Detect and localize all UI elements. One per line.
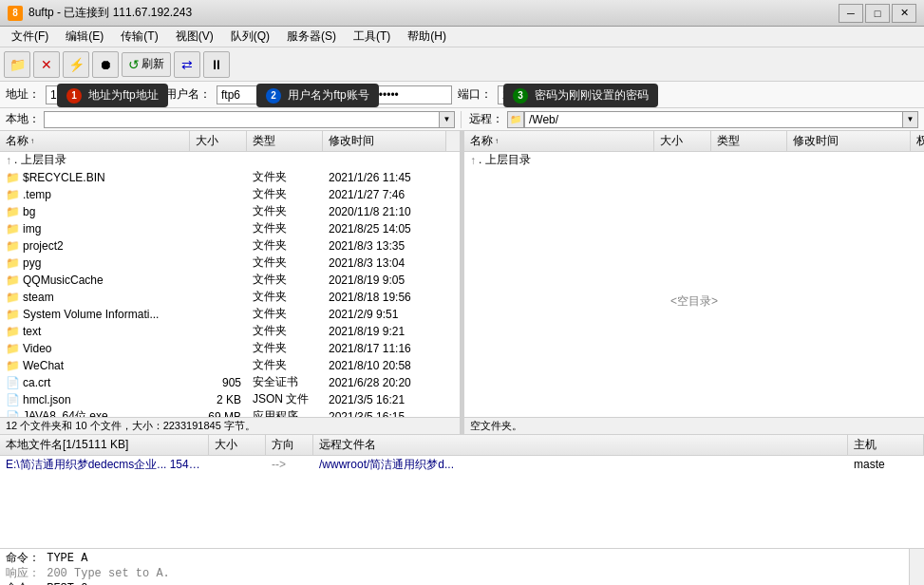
- remote-file-list[interactable]: ↑ . 上层目录 <空目录>: [464, 152, 924, 417]
- local-file-row[interactable]: 📁 steam 文件夹 2021/8/18 19:56: [0, 289, 460, 306]
- local-path-label: 本地：: [6, 111, 40, 127]
- log-entry: 命令： REST 0: [6, 581, 903, 585]
- remote-empty-message: <空目录>: [464, 169, 924, 417]
- menu-server[interactable]: 服务器(S): [279, 27, 344, 47]
- local-file-row[interactable]: 📁 img 文件夹 2021/8/25 14:05: [0, 220, 460, 237]
- password-input[interactable]: [338, 85, 452, 104]
- log-entry: 命令： TYPE A: [6, 551, 903, 566]
- local-status: 12 个文件夹和 10 个文件，大小：2233191845 字节。: [0, 417, 460, 434]
- local-file-row[interactable]: 📁 QQMusicCache 文件夹 2021/8/19 9:05: [0, 272, 460, 289]
- local-file-row[interactable]: 📁 Video 文件夹 2021/8/17 11:16: [0, 340, 460, 357]
- toolbar-refresh-button[interactable]: ↺ 刷新: [122, 52, 171, 77]
- log-panel: 命令： TYPE A响应： 200 Type set to A.命令： REST…: [0, 549, 909, 585]
- username-input[interactable]: [217, 85, 292, 104]
- user-label: 用户名：: [165, 86, 211, 103]
- port-label: 端口：: [458, 86, 492, 103]
- transfer-list: E:\简洁通用织梦dedecms企业... 15473960 --> /wwwr…: [0, 456, 924, 548]
- remote-col-header: 名称 ↑ 大小 类型 修改时间 权限: [464, 131, 924, 152]
- log-entry: 响应： 200 Type set to A.: [6, 566, 903, 581]
- transfer-col-size[interactable]: 大小: [209, 435, 266, 455]
- remote-path-label: 远程：: [469, 111, 503, 127]
- toolbar-folder-button[interactable]: 📁: [4, 51, 30, 78]
- remote-col-size[interactable]: 大小: [654, 131, 711, 151]
- local-panel: 名称 ↑ 大小 类型 修改时间 ↑ . 上层目录 📁 $RECYCLE.BIN: [0, 131, 461, 434]
- path-bar: 本地： ▼ 远程： 📁 ▼: [0, 108, 924, 131]
- local-col-header: 名称 ↑ 大小 类型 修改时间: [0, 131, 460, 152]
- remote-panel: 名称 ↑ 大小 类型 修改时间 权限 ↑ . 上层目录 <空目录>: [464, 131, 924, 434]
- local-file-row[interactable]: 📄 JAVA8_64位.exe 69 MB 应用程序 2021/3/5 16:1…: [0, 408, 460, 417]
- title-bar: 8 8uftp - 已连接到 111.67.192.243 ─ □ ✕: [0, 0, 924, 27]
- toolbar-cancel-button[interactable]: ✕: [33, 51, 60, 78]
- address-input[interactable]: [46, 85, 160, 104]
- local-file-row[interactable]: 📄 hmcl.json 2 KB JSON 文件 2021/3/5 16:21: [0, 391, 460, 408]
- local-file-row[interactable]: 📁 WeChat 文件夹 2021/8/10 20:58: [0, 357, 460, 374]
- menu-tools[interactable]: 工具(T): [346, 27, 398, 47]
- menu-view[interactable]: 视图(V): [168, 27, 221, 47]
- local-file-row[interactable]: 📁 $RECYCLE.BIN 文件夹 2021/1/26 11:45: [0, 169, 460, 186]
- minimize-button[interactable]: ─: [839, 4, 863, 23]
- transfer-header: 本地文件名[1/15111 KB] 大小 方向 远程文件名 主机: [0, 435, 924, 456]
- menu-help[interactable]: 帮助(H): [400, 27, 454, 47]
- maximize-button[interactable]: □: [865, 4, 890, 23]
- remote-updir[interactable]: ↑ . 上层目录: [464, 152, 924, 169]
- menu-file[interactable]: 文件(F): [4, 27, 56, 47]
- local-file-row[interactable]: 📁 bg 文件夹 2020/11/8 21:10: [0, 203, 460, 220]
- remote-col-perm[interactable]: 权限: [911, 131, 924, 151]
- menu-transfer[interactable]: 传输(T): [113, 27, 165, 47]
- main-area: 名称 ↑ 大小 类型 修改时间 ↑ . 上层目录 📁 $RECYCLE.BIN: [0, 131, 924, 435]
- connect-button[interactable]: 连接(C): [541, 85, 597, 105]
- local-file-row[interactable]: 📄 ca.crt 905 安全证书 2021/6/28 20:20: [0, 374, 460, 391]
- local-file-list[interactable]: ↑ . 上层目录 📁 $RECYCLE.BIN 文件夹 2021/1/26 11…: [0, 152, 460, 417]
- transfer-dir: -->: [266, 458, 313, 471]
- local-col-size[interactable]: 大小: [190, 131, 247, 151]
- menu-edit[interactable]: 编辑(E): [58, 27, 111, 47]
- transfer-remote-file: /wwwroot/简洁通用织梦d...: [313, 457, 848, 473]
- app-icon: 8: [8, 6, 23, 21]
- toolbar-lightning-button[interactable]: ⚡: [63, 51, 89, 78]
- remote-path-input[interactable]: [524, 111, 903, 128]
- toolbar-transfer-button[interactable]: ⇄: [174, 51, 200, 78]
- local-file-row[interactable]: 📁 pyg 文件夹 2021/8/3 13:04: [0, 255, 460, 272]
- remote-path-dropdown[interactable]: ▼: [903, 111, 918, 128]
- remote-col-name[interactable]: 名称 ↑: [464, 131, 654, 151]
- local-path-dropdown[interactable]: ▼: [440, 111, 455, 128]
- local-updir[interactable]: ↑ . 上层目录: [0, 152, 460, 169]
- window-title: 8uftp - 已连接到 111.67.192.243: [28, 5, 192, 21]
- local-col-name[interactable]: 名称 ↑: [0, 131, 190, 151]
- local-file-row[interactable]: 📁 System Volume Informati... 文件夹 2021/2/…: [0, 306, 460, 323]
- transfer-col-remote[interactable]: 远程文件名: [313, 435, 848, 455]
- transfer-local-file: E:\简洁通用织梦dedecms企业... 15473960: [0, 457, 209, 473]
- transfer-col-dir[interactable]: 方向: [266, 435, 313, 455]
- connect-dropdown[interactable]: ▼: [603, 85, 618, 105]
- remote-col-date[interactable]: 修改时间: [787, 131, 911, 151]
- addr-label: 地址：: [6, 86, 40, 103]
- port-input[interactable]: [498, 85, 536, 104]
- transfer-area: 本地文件名[1/15111 KB] 大小 方向 远程文件名 主机 E:\简洁通用…: [0, 435, 924, 549]
- local-file-row[interactable]: 📁 project2 文件夹 2021/8/3 13:35: [0, 237, 460, 255]
- local-file-row[interactable]: 📁 .temp 文件夹 2021/1/27 7:46: [0, 186, 460, 203]
- transfer-col-host[interactable]: 主机: [848, 435, 924, 455]
- local-file-row[interactable]: 📁 text 文件夹 2021/8/19 9:21: [0, 323, 460, 340]
- log-scrollbar[interactable]: [909, 549, 924, 585]
- toolbar: 📁 ✕ ⚡ ⏺ ↺ 刷新 ⇄ ⏸: [0, 47, 924, 82]
- transfer-col-local[interactable]: 本地文件名[1/15111 KB]: [0, 435, 209, 455]
- remote-nav-back[interactable]: 📁: [507, 111, 524, 128]
- remote-col-type[interactable]: 类型: [711, 131, 787, 151]
- local-path-input[interactable]: [44, 111, 440, 128]
- address-bar: 地址： 用户名： 密码： 端口： 连接(C) ▼: [0, 82, 924, 108]
- menu-queue[interactable]: 队列(Q): [223, 27, 277, 47]
- toolbar-pause-button[interactable]: ⏸: [203, 51, 230, 78]
- log-area: 命令： TYPE A响应： 200 Type set to A.命令： REST…: [0, 549, 924, 585]
- local-col-type[interactable]: 类型: [247, 131, 323, 151]
- pass-label: 密码：: [298, 86, 332, 103]
- local-col-date[interactable]: 修改时间: [323, 131, 446, 151]
- transfer-row[interactable]: E:\简洁通用织梦dedecms企业... 15473960 --> /wwwr…: [0, 456, 924, 473]
- transfer-host: maste: [848, 458, 924, 471]
- toolbar-stop-button[interactable]: ⏺: [92, 51, 119, 78]
- menu-bar: 文件(F) 编辑(E) 传输(T) 视图(V) 队列(Q) 服务器(S) 工具(…: [0, 27, 924, 47]
- close-button[interactable]: ✕: [892, 4, 916, 23]
- remote-status: 空文件夹。: [464, 417, 924, 434]
